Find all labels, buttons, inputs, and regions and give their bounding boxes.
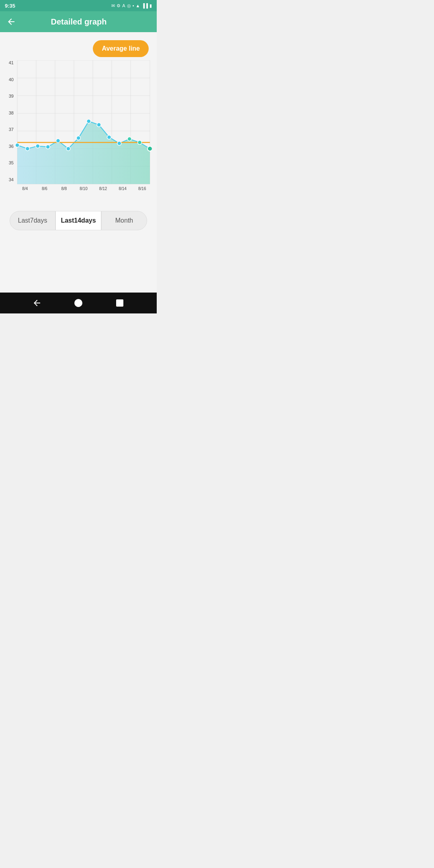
- data-point-9: [107, 135, 111, 139]
- text-icon: A: [122, 3, 125, 8]
- data-point-11: [127, 137, 131, 141]
- data-point-0: [15, 143, 19, 147]
- nav-bar: [0, 293, 157, 313]
- data-point-5: [66, 147, 70, 151]
- period-selector: Last7days Last14days Month: [0, 199, 157, 242]
- status-icons: ✉ ⚙ A ◎ • ▲ ▐▐ ▮: [111, 3, 152, 8]
- signal-icon: ▐▐: [141, 3, 148, 8]
- period-last7days[interactable]: Last7days: [10, 211, 55, 230]
- y-label-34: 34: [3, 177, 15, 182]
- svg-rect-17: [116, 299, 123, 307]
- dot-icon: •: [133, 3, 134, 8]
- chart-wrapper: 41 40 39 38 37 36 35 34: [3, 60, 152, 191]
- data-point-10: [117, 141, 121, 145]
- y-label-37: 37: [3, 127, 15, 132]
- x-axis: 8/4 8/6 8/8 8/10 8/12 8/14 8/16: [15, 185, 152, 191]
- nav-home-icon: [74, 298, 83, 308]
- data-point-2: [36, 144, 40, 148]
- avg-btn-container: Average line: [0, 32, 157, 60]
- data-point-13: [147, 146, 152, 151]
- data-point-1: [25, 147, 29, 151]
- nav-recent-icon: [115, 298, 125, 308]
- x-label-8/10: 8/10: [74, 186, 94, 191]
- period-month[interactable]: Month: [101, 211, 147, 230]
- data-point-8: [97, 123, 101, 127]
- nav-back-icon: [32, 298, 42, 308]
- y-label-41: 41: [3, 60, 15, 65]
- x-label-8/12: 8/12: [93, 186, 113, 191]
- back-button[interactable]: [6, 17, 16, 27]
- y-label-39: 39: [3, 94, 15, 98]
- x-label-8/16: 8/16: [132, 186, 152, 191]
- nav-back-button[interactable]: [32, 298, 42, 308]
- y-label-40: 40: [3, 77, 15, 82]
- status-bar: 9:35 ✉ ⚙ A ◎ • ▲ ▐▐ ▮: [0, 0, 157, 11]
- x-label-8/14: 8/14: [113, 186, 133, 191]
- wifi-icon: ▲: [136, 3, 140, 8]
- page-title: Detailed graph: [23, 17, 135, 27]
- period-last14days[interactable]: Last14days: [55, 211, 101, 230]
- app-bar: Detailed graph: [0, 11, 157, 32]
- mail-icon: ✉: [111, 3, 115, 8]
- circle-icon: ◎: [127, 3, 131, 8]
- settings-icon: ⚙: [117, 3, 121, 8]
- nav-home-button[interactable]: [74, 298, 83, 308]
- battery-icon: ▮: [149, 3, 152, 8]
- data-point-4: [56, 139, 60, 143]
- chart-inner: 8/4 8/6 8/8 8/10 8/12 8/14 8/16: [15, 60, 152, 191]
- chart-container: 41 40 39 38 37 36 35 34: [0, 60, 157, 191]
- data-point-3: [46, 145, 50, 149]
- y-label-35: 35: [3, 160, 15, 165]
- nav-recent-button[interactable]: [115, 298, 125, 308]
- x-label-8/8: 8/8: [54, 186, 74, 191]
- data-point-6: [76, 136, 80, 140]
- chart-svg: [15, 60, 152, 185]
- chart-fill-area: [17, 121, 150, 184]
- data-point-12: [138, 141, 142, 145]
- y-axis: 41 40 39 38 37 36 35 34: [3, 60, 15, 191]
- svg-point-16: [74, 299, 82, 307]
- status-time: 9:35: [5, 3, 15, 9]
- main-content: Average line 41 40 39 38 37 36 35 34: [0, 32, 157, 293]
- x-label-8/6: 8/6: [35, 186, 55, 191]
- data-point-7: [87, 119, 91, 123]
- average-line-button[interactable]: Average line: [93, 40, 149, 57]
- y-label-38: 38: [3, 111, 15, 115]
- x-label-8/4: 8/4: [15, 186, 35, 191]
- y-label-36: 36: [3, 144, 15, 149]
